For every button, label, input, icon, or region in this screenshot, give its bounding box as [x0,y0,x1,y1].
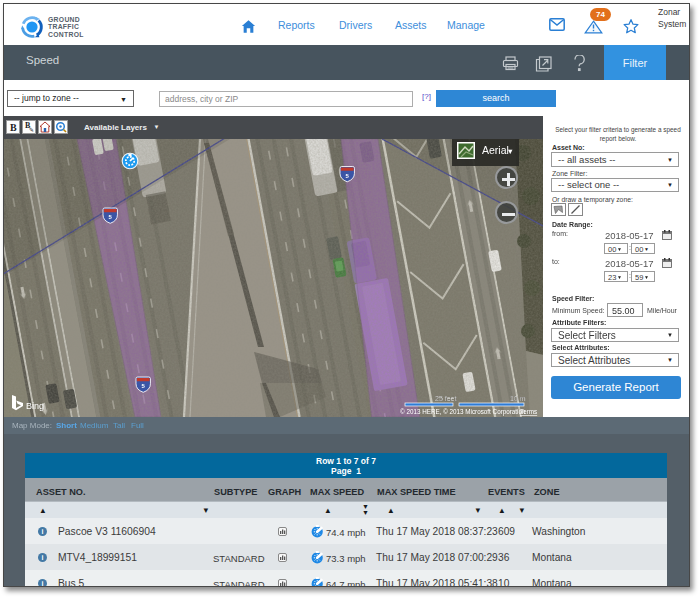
svg-text:25 feet: 25 feet [435,395,456,402]
svg-text:10 m: 10 m [510,395,526,402]
svg-text:Terms: Terms [520,408,537,415]
svg-text:© 2013 HERE, © 2013 Microsoft: © 2013 HERE, © 2013 Microsoft Corporatio… [400,408,526,416]
svg-text:Bing: Bing [26,401,44,411]
